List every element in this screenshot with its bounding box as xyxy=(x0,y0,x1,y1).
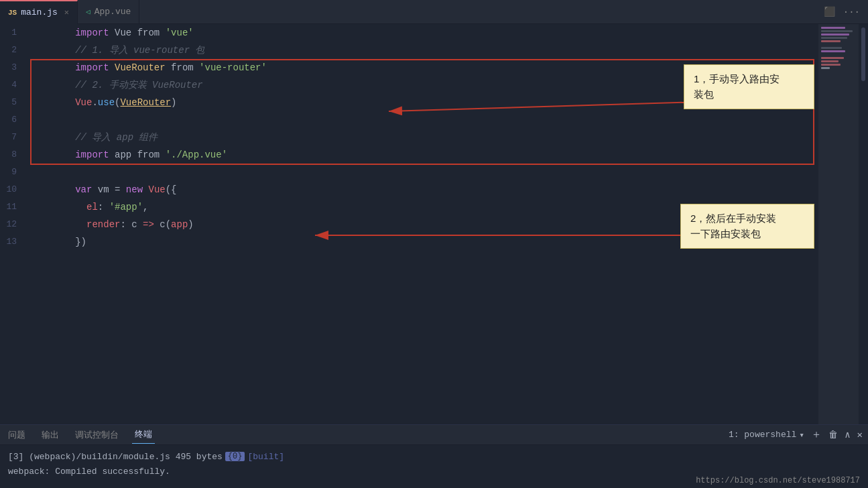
panel-tab-output[interactable]: 输出 xyxy=(39,426,62,444)
tab-app-vue[interactable]: ◁ App.vue xyxy=(78,0,139,24)
js-icon: JS xyxy=(8,9,17,17)
annotation-box-1: 1，手动导入路由安 装包 xyxy=(684,64,814,109)
tab-main-js-label: main.js xyxy=(21,7,58,17)
tab-bar-actions: ⬛ ··· xyxy=(824,6,868,17)
terminal-name-select[interactable]: 1: powershell ▾ xyxy=(729,430,804,440)
more-actions-icon[interactable]: ··· xyxy=(843,7,860,17)
delete-terminal-icon[interactable]: 🗑 xyxy=(828,430,838,440)
annotation-box-2: 2，然后在手动安装 一下路由安装包 xyxy=(680,204,814,249)
close-panel-icon[interactable]: ✕ xyxy=(857,429,863,440)
tab-bar: JS main.js ✕ ◁ App.vue ⬛ ··· xyxy=(0,0,868,24)
panel-tab-terminal[interactable]: 终端 xyxy=(132,426,155,444)
panel-bottom-row: https://blog.csdn.net/steve1988717 xyxy=(0,476,868,485)
code-line-8: 8 import app from './App.vue' xyxy=(0,146,868,164)
split-editor-icon[interactable]: ⬛ xyxy=(824,6,835,17)
editor-area: 1 import Vue from 'vue' 2 // 1. 导入 vue-r… xyxy=(0,24,868,424)
panel-tabs: 问题 输出 调试控制台 终端 1: powershell ▾ ＋ 🗑 ∧ ✕ xyxy=(0,425,868,445)
status-link: https://blog.csdn.net/steve1988717 xyxy=(696,476,860,485)
chevron-down-icon: ▾ xyxy=(799,430,804,440)
bottom-panel: 问题 输出 调试控制台 终端 1: powershell ▾ ＋ 🗑 ∧ ✕ [… xyxy=(0,424,868,488)
panel-content: [3] (webpack)/buildin/module.js 495 byte… xyxy=(0,445,868,488)
tab-close-main-js[interactable]: ✕ xyxy=(64,7,69,17)
terminal-line-1: [3] (webpack)/buildin/module.js 495 byte… xyxy=(8,449,860,464)
maximize-panel-icon[interactable]: ∧ xyxy=(845,429,850,440)
tab-app-vue-label: App.vue xyxy=(95,7,131,17)
panel-tab-debug[interactable]: 调试控制台 xyxy=(72,426,121,444)
minimap xyxy=(818,24,859,424)
vue-icon: ◁ xyxy=(86,7,90,16)
add-terminal-icon[interactable]: ＋ xyxy=(811,428,822,442)
scrollbar-thumb[interactable] xyxy=(861,27,865,81)
panel-tab-problems[interactable]: 问题 xyxy=(5,426,28,444)
tab-main-js[interactable]: JS main.js ✕ xyxy=(0,0,78,24)
scrollbar[interactable] xyxy=(859,24,868,424)
